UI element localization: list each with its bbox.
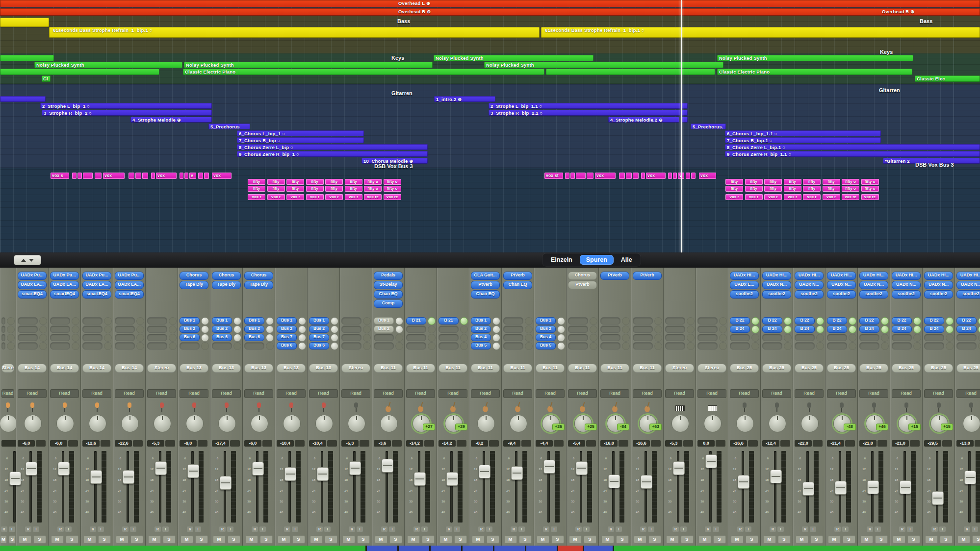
plugin-slot[interactable]: UADx N... (859, 281, 888, 289)
fader-handle[interactable] (252, 462, 264, 476)
region[interactable]: 7_Chorus R_bip.1 ○ (725, 137, 881, 143)
send-slot[interactable]: Bus 6 (277, 342, 297, 350)
mute-button[interactable]: M (342, 535, 355, 544)
vox-clip[interactable]: vox re (384, 194, 401, 200)
send-knob[interactable] (233, 334, 241, 342)
pan-knob[interactable] (348, 415, 365, 432)
send-knob[interactable] (557, 317, 565, 325)
vox-clip[interactable] (204, 173, 209, 179)
volume-display[interactable]: -6,0 (50, 440, 67, 447)
send-knob[interactable] (395, 317, 403, 325)
region[interactable]: 3_Strophe R_bip_2.1 ○ (489, 110, 681, 116)
region[interactable] (681, 110, 688, 116)
record-button[interactable]: R (867, 526, 873, 532)
vox-clip[interactable]: fifty (764, 186, 782, 192)
vox-clip[interactable] (135, 173, 141, 179)
output-button[interactable]: Bus 11 (406, 364, 435, 373)
region[interactable]: 5_Prechorus. (691, 124, 726, 129)
plugin-slot[interactable]: Chorus (244, 272, 273, 280)
vox-clip[interactable]: fifty o (842, 179, 859, 185)
send-slot[interactable]: Bus 5 (471, 342, 491, 350)
volume-display[interactable]: -21,0 (892, 440, 909, 447)
pan-display[interactable] (780, 440, 790, 447)
volume-display[interactable]: -8,0 (180, 440, 197, 447)
send-knob[interactable] (298, 326, 306, 333)
region[interactable]: Noisy Plucked Synth (184, 62, 433, 68)
input-monitor-button[interactable]: I (98, 526, 104, 532)
mute-button[interactable]: M (796, 535, 808, 544)
send-knob[interactable] (492, 317, 500, 325)
send-slot[interactable]: B 22 (859, 317, 879, 325)
input-monitor-button[interactable]: I (227, 526, 233, 532)
send-slot[interactable]: Bus 2 (536, 326, 556, 333)
send-slot[interactable]: Bus 1 (180, 317, 200, 325)
send-slot[interactable]: B 22 (762, 317, 782, 325)
volume-display[interactable]: -16,6 (633, 440, 650, 447)
solo-button[interactable]: S (163, 535, 176, 544)
vox-clip[interactable] (151, 173, 155, 179)
pan-display[interactable] (230, 440, 240, 447)
output-button[interactable]: Bus 14 (82, 364, 111, 373)
pan-display[interactable] (845, 440, 855, 447)
send-slot[interactable]: B 22 (730, 317, 750, 325)
send-slot[interactable]: B 24 (730, 326, 750, 333)
send-knob[interactable] (298, 334, 306, 342)
region[interactable]: 4_Strophe Melodie.2 ⊕ (608, 117, 679, 123)
solo-button[interactable]: S (422, 535, 435, 544)
output-button[interactable]: Bus 25 (762, 364, 791, 373)
region[interactable]: 2_Strophe L_bip_1.1 ○ (489, 103, 681, 109)
plugin-slot[interactable]: soothe2 (730, 290, 759, 299)
vox-clip[interactable] (129, 173, 134, 179)
automation-read-button[interactable]: Read (50, 389, 79, 398)
fader-handle[interactable] (867, 480, 879, 494)
vox-clip[interactable] (77, 173, 82, 179)
plugin-slot[interactable]: UADx LA... (18, 281, 47, 289)
send-knob[interactable] (331, 317, 338, 325)
vox-clip[interactable]: v (189, 173, 196, 179)
fader-handle[interactable] (155, 461, 167, 475)
region[interactable]: 6_Chorus L_bip_1 ○ (237, 130, 364, 136)
output-button[interactable]: Bus 14 (115, 364, 144, 373)
solo-button[interactable]: S (875, 535, 888, 544)
solo-button[interactable]: S (389, 535, 402, 544)
record-button[interactable]: R (90, 526, 96, 532)
send-slot[interactable]: Bus 2 (244, 326, 264, 333)
send-slot[interactable]: Bus 2 (309, 326, 329, 333)
region[interactable]: 6_Chorus L_bip_1.1 ○ (725, 130, 881, 136)
vox-clip[interactable]: fifty (823, 186, 840, 192)
plugin-slot[interactable]: UADx N... (762, 281, 791, 289)
vox-clip[interactable]: fifty (267, 179, 285, 185)
region[interactable]: 3_Strophe R_bip_2 ○ (42, 110, 212, 116)
send-knob[interactable] (233, 317, 241, 325)
send-knob[interactable] (492, 334, 500, 342)
input-monitor-button[interactable]: I (648, 526, 654, 532)
pan-display[interactable] (813, 440, 823, 447)
region[interactable]: Overhead R ⊕Overhead R ⊕ (0, 8, 980, 16)
input-monitor-button[interactable]: I (842, 526, 849, 532)
record-button[interactable]: R (964, 526, 970, 532)
input-monitor-button[interactable]: I (292, 526, 298, 532)
solo-button[interactable]: S (357, 535, 370, 544)
record-button[interactable]: R (511, 526, 517, 532)
send-knob[interactable] (881, 317, 889, 325)
volume-display[interactable]: 0,0 (697, 440, 715, 447)
region[interactable]: 61seconds Bass Strophe Refrain_1_bip.1 ○ (49, 27, 540, 38)
solo-button[interactable]: S (228, 535, 240, 544)
output-button[interactable]: Bus 14 (50, 364, 79, 373)
region[interactable]: 2_Strophe L_bip_1 ○ (40, 103, 212, 109)
plugin-slot[interactable]: smartEQ4 (82, 290, 111, 299)
vox-clip[interactable]: vox re (861, 194, 879, 200)
mute-button[interactable]: M (213, 535, 226, 544)
pan-knob[interactable] (801, 415, 819, 432)
input-monitor-button[interactable]: I (195, 526, 201, 532)
pan-display[interactable] (262, 440, 272, 447)
input-monitor-button[interactable]: I (583, 526, 590, 532)
mute-button[interactable]: M (957, 535, 970, 544)
pan-knob[interactable] (0, 415, 17, 432)
solo-button[interactable]: S (584, 535, 596, 544)
plugin-slot[interactable]: St-Delay (374, 281, 403, 289)
vox-clip[interactable]: vox r (286, 194, 304, 200)
output-button[interactable]: Bus 14 (18, 364, 47, 373)
send-slot[interactable]: B 24 (924, 326, 944, 333)
plugin-slot[interactable]: UADx Hi... (956, 272, 980, 280)
